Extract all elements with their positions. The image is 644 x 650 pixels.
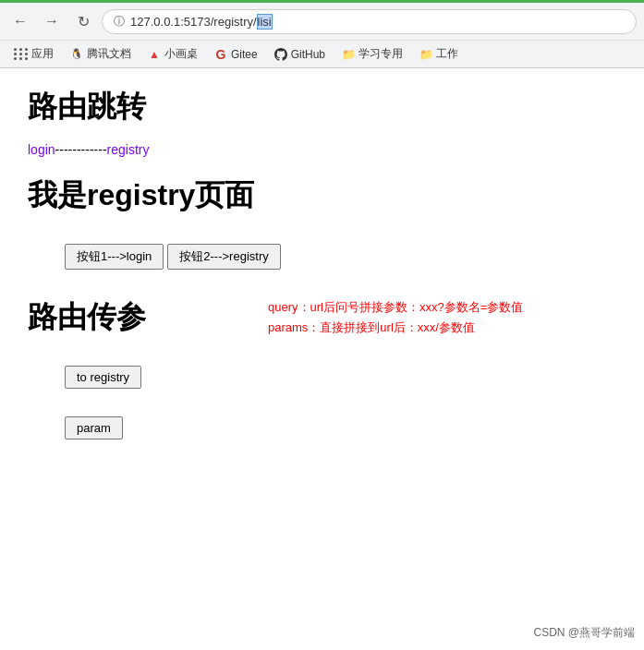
- bookmark-xiahua[interactable]: ▲ 小画桌: [140, 44, 205, 64]
- apps-icon: [15, 48, 28, 61]
- section1-title: 路由跳转: [28, 87, 616, 127]
- bookmark-apps-label: 应用: [31, 46, 54, 62]
- page-content: 路由跳转 login ------------ registry 我是regis…: [0, 68, 644, 604]
- btn-to-login[interactable]: 按钮1--->login: [65, 244, 164, 270]
- to-registry-row: to registry: [28, 366, 616, 389]
- routing-params-title: 路由传参: [28, 297, 176, 338]
- browser-chrome: ← → ↻ ⓘ 127.0.0.1:5173/registry/lisi 应用 …: [0, 3, 644, 68]
- bookmarks-bar: 应用 🐧 腾讯文档 ▲ 小画桌 G Gitee GitHub 📁 学习专用 📁 …: [0, 40, 644, 67]
- reload-button[interactable]: ↻: [70, 8, 96, 34]
- browser-nav: ← → ↻ ⓘ 127.0.0.1:5173/registry/lisi: [0, 3, 644, 40]
- param-row: param: [28, 416, 616, 439]
- bookmark-work[interactable]: 📁 工作: [412, 44, 466, 64]
- bookmark-study-label: 学习专用: [358, 46, 403, 62]
- address-url: 127.0.0.1:5173/registry/lisi: [130, 15, 625, 29]
- url-highlighted: lisi: [257, 14, 273, 30]
- registry-page-title: 我是registry页面: [28, 175, 616, 216]
- routing-params-section: 路由传参 query：url后问号拼接参数：xxx?参数名=参数值 params…: [28, 297, 616, 338]
- btn-to-registry[interactable]: 按钮2--->registry: [167, 244, 280, 270]
- lock-icon: ⓘ: [114, 14, 125, 30]
- params-line2: params：直接拼接到url后：xxx/参数值: [268, 318, 523, 338]
- registry-link[interactable]: registry: [107, 142, 150, 157]
- forward-button[interactable]: →: [39, 8, 65, 34]
- login-link[interactable]: login: [28, 142, 55, 157]
- params-description: query：url后问号拼接参数：xxx?参数名=参数值 params：直接拼接…: [268, 297, 523, 338]
- work-folder-icon: 📁: [419, 48, 432, 61]
- params-line1: query：url后问号拼接参数：xxx?参数名=参数值: [268, 297, 523, 318]
- bookmark-xiahua-label: 小画桌: [164, 46, 198, 62]
- to-registry-button[interactable]: to registry: [65, 366, 141, 389]
- tencent-icon: 🐧: [70, 48, 83, 61]
- bookmark-gitee-label: Gitee: [231, 48, 258, 61]
- back-button[interactable]: ←: [7, 8, 33, 34]
- bookmark-github[interactable]: GitHub: [267, 46, 333, 63]
- bookmark-tencent-label: 腾讯文档: [87, 46, 131, 62]
- router-links: login ------------ registry: [28, 142, 616, 157]
- study-folder-icon: 📁: [342, 48, 355, 61]
- gitee-icon: G: [214, 48, 227, 61]
- nav-buttons-row: 按钮1--->login 按钮2--->registry: [28, 244, 616, 270]
- bookmark-study[interactable]: 📁 学习专用: [334, 44, 410, 64]
- bookmark-apps[interactable]: 应用: [7, 44, 61, 64]
- xiahua-icon: ▲: [148, 48, 161, 61]
- url-prefix: 127.0.0.1:5173/registry/: [130, 15, 257, 29]
- bookmark-gitee[interactable]: G Gitee: [207, 46, 265, 63]
- bookmark-tencent[interactable]: 🐧 腾讯文档: [63, 44, 139, 64]
- address-bar[interactable]: ⓘ 127.0.0.1:5173/registry/lisi: [102, 9, 637, 34]
- param-button[interactable]: param: [65, 416, 123, 439]
- dashes: ------------: [55, 142, 107, 157]
- bookmark-work-label: 工作: [436, 46, 458, 62]
- bookmark-github-label: GitHub: [291, 48, 325, 61]
- github-icon: [274, 48, 287, 61]
